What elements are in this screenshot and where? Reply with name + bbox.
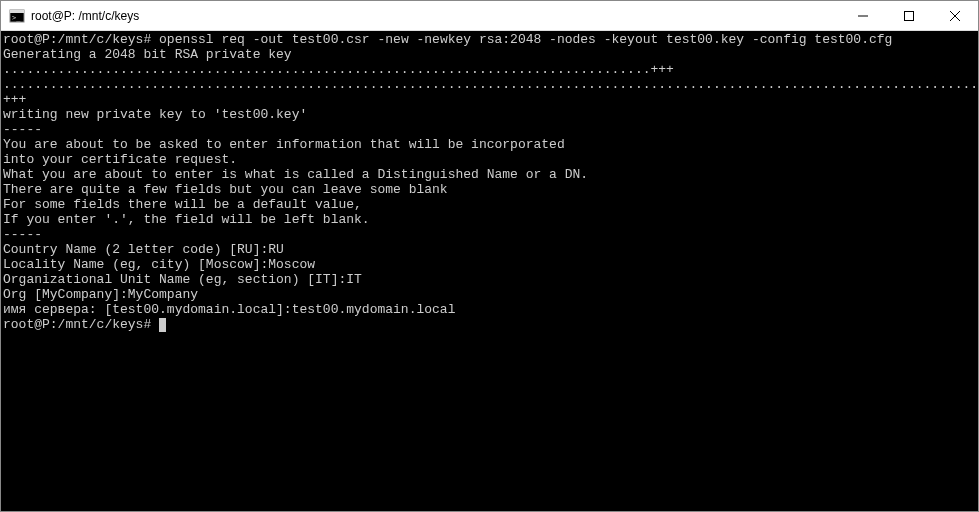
- output-line: For some fields there will be a default …: [3, 197, 976, 212]
- terminal-icon: >_: [9, 8, 25, 24]
- output-line: What you are about to enter is what is c…: [3, 167, 976, 182]
- output-line: If you enter '.', the field will be left…: [3, 212, 976, 227]
- output-line: Org [MyCompany]:MyCompany: [3, 287, 976, 302]
- terminal-body[interactable]: root@P:/mnt/c/keys# openssl req -out tes…: [1, 31, 978, 511]
- shell-prompt: root@P:/mnt/c/keys#: [3, 32, 151, 47]
- window-controls: [840, 1, 978, 30]
- titlebar[interactable]: >_ root@P: /mnt/c/keys: [1, 1, 978, 31]
- minimize-button[interactable]: [840, 1, 886, 30]
- output-line: Country Name (2 letter code) [RU]:RU: [3, 242, 976, 257]
- output-line: ........................................…: [3, 77, 976, 107]
- cursor-icon: [159, 318, 166, 332]
- svg-rect-1: [10, 10, 24, 13]
- output-line: имя сервера: [test00.mydomain.local]:tes…: [3, 302, 976, 317]
- output-line: Locality Name (eg, city) [Moscow]:Moscow: [3, 257, 976, 272]
- svg-text:>_: >_: [12, 14, 21, 22]
- output-line: writing new private key to 'test00.key': [3, 107, 976, 122]
- output-line: You are about to be asked to enter infor…: [3, 137, 976, 152]
- output-line: -----: [3, 122, 976, 137]
- app-window: >_ root@P: /mnt/c/keys root@P:/mnt/c/key…: [0, 0, 979, 512]
- output-line: -----: [3, 227, 976, 242]
- output-line: ........................................…: [3, 62, 976, 77]
- close-button[interactable]: [932, 1, 978, 30]
- maximize-button[interactable]: [886, 1, 932, 30]
- shell-prompt: root@P:/mnt/c/keys#: [3, 317, 151, 332]
- command-text: openssl req -out test00.csr -new -newkey…: [151, 32, 892, 47]
- window-title: root@P: /mnt/c/keys: [31, 9, 840, 23]
- output-line: Organizational Unit Name (eg, section) […: [3, 272, 976, 287]
- output-line: Generating a 2048 bit RSA private key: [3, 47, 976, 62]
- svg-rect-4: [905, 11, 914, 20]
- output-line: into your certificate request.: [3, 152, 976, 167]
- output-line: There are quite a few fields but you can…: [3, 182, 976, 197]
